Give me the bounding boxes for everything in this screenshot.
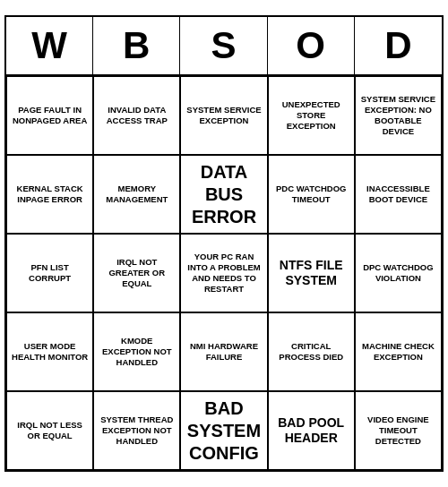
cell-text: BAD POOL HEADER (272, 415, 350, 447)
cell-text: CRITICAL PROCESS DIED (272, 341, 350, 363)
header-letter: W (6, 17, 93, 74)
bingo-cell: DATA BUS ERROR (180, 155, 267, 234)
bingo-header: WBSOD (6, 17, 442, 76)
cell-text: DATA BUS ERROR (185, 161, 263, 228)
bingo-cell: NTFS FILE SYSTEM (268, 234, 355, 312)
bingo-cell: BAD POOL HEADER (268, 391, 355, 470)
bingo-cell: IRQL NOT LESS OR EQUAL (6, 391, 93, 470)
cell-text: KERNAL STACK INPAGE ERROR (11, 184, 89, 205)
cell-text: MACHINE CHECK EXCEPTION (359, 341, 437, 363)
bingo-cell: IRQL NOT GREATER OR EQUAL (93, 234, 180, 312)
cell-text: MEMORY MANAGEMENT (98, 184, 176, 205)
header-letter: D (355, 17, 442, 74)
bingo-cell: UNEXPECTED STORE EXCEPTION (268, 76, 355, 155)
cell-text: DPC WATCHDOG VIOLATION (359, 262, 437, 284)
cell-text: UNEXPECTED STORE EXCEPTION (272, 99, 350, 132)
bingo-cell: MEMORY MANAGEMENT (93, 155, 180, 234)
bingo-cell: KERNAL STACK INPAGE ERROR (6, 155, 93, 234)
bingo-cell: CRITICAL PROCESS DIED (268, 312, 355, 391)
bingo-cell: NMI HARDWARE FAILURE (180, 312, 267, 391)
bingo-cell: INVALID DATA ACCESS TRAP (93, 76, 180, 155)
bingo-cell: DPC WATCHDOG VIOLATION (355, 234, 442, 312)
cell-text: BAD SYSTEM CONFIG (185, 397, 263, 465)
bingo-cell: PAGE FAULT IN NONPAGED AREA (6, 76, 93, 155)
bingo-cell: PFN LIST CORRUPT (6, 234, 93, 312)
cell-text: SYSTEM SERVICE EXCEPTION (185, 105, 263, 126)
cell-text: INVALID DATA ACCESS TRAP (98, 105, 176, 126)
cell-text: SYSTEM THREAD EXCEPTION NOT HANDLED (98, 414, 176, 447)
cell-text: PDC WATCHDOG TIMEOUT (272, 184, 350, 205)
cell-text: YOUR PC RAN INTO A PROBLEM AND NEEDS TO … (185, 252, 263, 295)
cell-text: KMODE EXCEPTION NOT HANDLED (98, 336, 176, 368)
cell-text: PAGE FAULT IN NONPAGED AREA (11, 105, 89, 126)
cell-text: NMI HARDWARE FAILURE (185, 341, 263, 363)
cell-text: IRQL NOT LESS OR EQUAL (11, 420, 89, 441)
bingo-cell: YOUR PC RAN INTO A PROBLEM AND NEEDS TO … (180, 234, 267, 312)
bingo-cell: KMODE EXCEPTION NOT HANDLED (93, 312, 180, 391)
bingo-cell: USER MODE HEALTH MONITOR (6, 312, 93, 391)
bingo-cell: BAD SYSTEM CONFIG (180, 391, 267, 470)
header-letter: S (180, 17, 267, 74)
cell-text: IRQL NOT GREATER OR EQUAL (98, 257, 176, 289)
cell-text: PFN LIST CORRUPT (11, 262, 89, 284)
cell-text: NTFS FILE SYSTEM (272, 258, 350, 289)
bingo-card: WBSOD PAGE FAULT IN NONPAGED AREAINVALID… (4, 15, 444, 472)
cell-text: VIDEO ENGINE TIMEOUT DETECTED (359, 414, 437, 447)
header-letter: O (268, 17, 355, 74)
bingo-cell: VIDEO ENGINE TIMEOUT DETECTED (355, 391, 442, 470)
header-letter: B (93, 17, 180, 74)
bingo-cell: SYSTEM THREAD EXCEPTION NOT HANDLED (93, 391, 180, 470)
bingo-cell: SYSTEM SERVICE EXCEPTION (180, 76, 267, 155)
cell-text: INACCESSIBLE BOOT DEVICE (359, 184, 437, 205)
bingo-cell: INACCESSIBLE BOOT DEVICE (355, 155, 442, 234)
bingo-cell: MACHINE CHECK EXCEPTION (355, 312, 442, 391)
bingo-grid: PAGE FAULT IN NONPAGED AREAINVALID DATA … (6, 76, 442, 470)
cell-text: SYSTEM SERVICE EXCEPTION: NO BOOTABLE DE… (359, 94, 437, 137)
cell-text: USER MODE HEALTH MONITOR (11, 341, 89, 363)
bingo-cell: SYSTEM SERVICE EXCEPTION: NO BOOTABLE DE… (355, 76, 442, 155)
bingo-cell: PDC WATCHDOG TIMEOUT (268, 155, 355, 234)
